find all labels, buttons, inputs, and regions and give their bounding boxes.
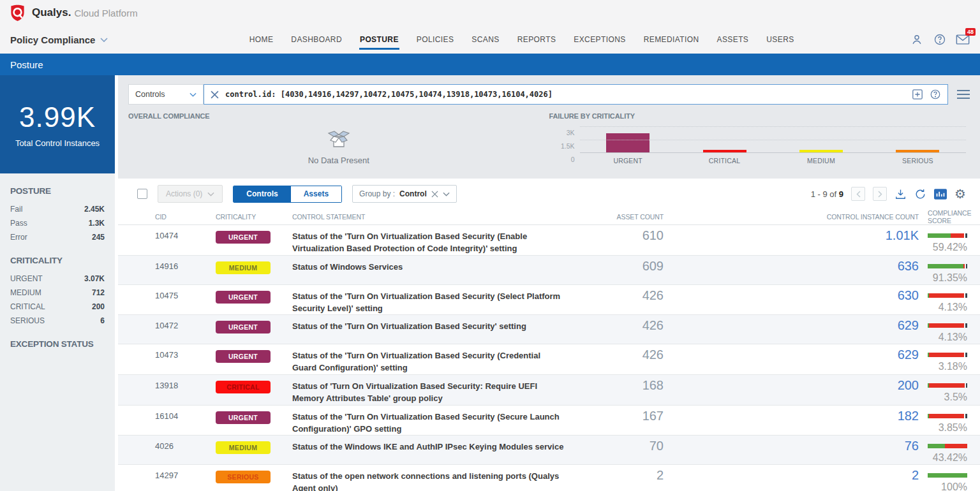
column-header-cid[interactable]: CID — [155, 213, 216, 221]
cell-asset-count[interactable]: 168 — [581, 378, 664, 405]
cell-control-statement[interactable]: Status of Windows Services — [292, 261, 581, 284]
chart-view-icon[interactable] — [934, 189, 947, 200]
cell-control-instance-count[interactable]: 636 — [664, 259, 919, 284]
nav-item-reports[interactable]: REPORTS — [517, 30, 557, 50]
cell-control-instance-count[interactable]: 200 — [664, 378, 919, 405]
y-tick-label: 0 — [571, 156, 575, 163]
add-filter-icon[interactable] — [912, 89, 923, 100]
nav-item-policies[interactable]: POLICIES — [416, 30, 455, 50]
help-icon[interactable] — [933, 33, 947, 47]
cell-asset-count[interactable]: 70 — [581, 439, 664, 464]
column-header-control-instance-count[interactable]: CONTROL INSTANCE COUNT — [664, 213, 919, 221]
nav-item-scans[interactable]: SCANS — [471, 30, 500, 50]
cell-asset-count[interactable]: 610 — [581, 228, 664, 255]
sidebar-stat-medium[interactable]: MEDIUM712 — [10, 286, 105, 300]
cell-control-statement[interactable]: Status of the open network connections a… — [292, 471, 581, 491]
nav-item-assets[interactable]: ASSETS — [716, 30, 750, 50]
search-scope-select[interactable]: Controls — [128, 84, 204, 105]
table-row[interactable]: 4026MEDIUMStatus of the Windows IKE and … — [118, 436, 980, 465]
gear-icon[interactable]: ⚙ — [954, 187, 966, 200]
column-header-asset-count[interactable]: ASSET COUNT — [581, 213, 664, 221]
table-row[interactable]: 10472URGENTStatus of the 'Turn On Virtua… — [118, 315, 980, 344]
sidebar-stat-error[interactable]: Error245 — [10, 230, 105, 244]
nav-item-users[interactable]: USERS — [766, 30, 794, 50]
cell-asset-count[interactable]: 2 — [581, 468, 664, 491]
stat-value: 200 — [92, 302, 105, 311]
nav-item-exceptions[interactable]: EXCEPTIONS — [573, 30, 626, 50]
cell-control-statement[interactable]: Status of the 'Turn On Virtualization Ba… — [292, 231, 581, 255]
sidebar-stat-urgent[interactable]: URGENT3.07K — [10, 272, 105, 286]
user-icon[interactable] — [910, 33, 924, 47]
search-help-icon[interactable] — [930, 89, 941, 100]
cell-compliance-score: 4.13% — [919, 291, 980, 315]
column-header-compliance-score[interactable]: COMPLIANCE SCORE — [919, 209, 980, 224]
cell-asset-count[interactable]: 426 — [581, 318, 664, 344]
stat-value: 3.07K — [84, 274, 105, 283]
cell-control-instance-count[interactable]: 630 — [664, 288, 919, 315]
cell-control-instance-count[interactable]: 182 — [664, 409, 919, 436]
group-by-chip[interactable]: Group by : Control — [352, 185, 457, 203]
kpi-label: Total Control Instances — [15, 138, 100, 148]
cell-control-instance-count[interactable]: 629 — [664, 318, 919, 344]
stat-value: 1.3K — [89, 219, 105, 228]
sidebar: 3.99K Total Control Instances POSTUREFai… — [0, 75, 115, 491]
table-row[interactable]: 10473URGENTStatus of the 'Turn On Virtua… — [118, 344, 980, 375]
x-tick-label-critical: CRITICAL — [676, 157, 773, 165]
search-input[interactable] — [225, 90, 905, 99]
bar-serious[interactable] — [896, 150, 939, 152]
cell-control-instance-count[interactable]: 2 — [664, 468, 919, 491]
cell-control-statement[interactable]: Status of the 'Turn On Virtualization Ba… — [292, 321, 581, 344]
bar-critical[interactable] — [703, 150, 746, 152]
cell-control-instance-count[interactable]: 76 — [664, 439, 919, 464]
sidebar-stat-critical[interactable]: CRITICAL200 — [10, 300, 105, 314]
download-icon[interactable] — [895, 188, 907, 200]
mail-icon[interactable]: 48 — [956, 33, 970, 47]
cell-control-statement[interactable]: Status of the 'Turn On Virtualization Ba… — [292, 350, 581, 374]
cell-control-instance-count[interactable]: 1.01K — [664, 228, 919, 255]
cell-control-statement[interactable]: Status of the 'Turn On Virtualization Ba… — [292, 411, 581, 436]
prev-page-button[interactable] — [851, 187, 865, 201]
cell-asset-count[interactable]: 426 — [581, 288, 664, 315]
table-row[interactable]: 10474URGENTStatus of the 'Turn On Virtua… — [118, 225, 980, 256]
select-all-checkbox[interactable] — [137, 189, 147, 199]
clear-search-icon[interactable] — [211, 91, 219, 99]
sidebar-stat-pass[interactable]: Pass1.3K — [10, 216, 105, 230]
sidebar-stat-serious[interactable]: SERIOUS6 — [10, 314, 105, 328]
score-segment-fail — [929, 414, 964, 418]
cell-asset-count[interactable]: 609 — [581, 259, 664, 284]
chevron-down-icon[interactable] — [443, 192, 450, 196]
refresh-icon[interactable] — [914, 188, 926, 200]
table-row[interactable]: 13918CRITICALStatus of 'Turn On Virtuali… — [118, 375, 980, 406]
column-header-control-statement[interactable]: CONTROL STATEMENT — [292, 213, 581, 221]
remove-group-by-icon[interactable] — [431, 191, 438, 198]
tab-assets[interactable]: Assets — [291, 186, 341, 202]
cell-control-instance-count[interactable]: 629 — [664, 348, 919, 374]
nav-item-dashboard[interactable]: DASHBOARD — [290, 30, 343, 50]
menu-icon[interactable] — [957, 90, 970, 99]
nav-item-home[interactable]: HOME — [249, 30, 274, 50]
cell-control-statement[interactable]: Status of the Windows IKE and AuthIP IPs… — [292, 441, 581, 464]
app-switcher[interactable]: Policy Compliance — [10, 34, 108, 45]
cell-control-statement[interactable]: Status of 'Turn On Virtualization Based … — [292, 381, 581, 405]
app-window: Qualys. Cloud Platform Policy Compliance… — [0, 0, 980, 491]
bar-medium[interactable] — [799, 150, 843, 152]
sidebar-stat-fail[interactable]: Fail2.45K — [10, 202, 105, 216]
tab-controls[interactable]: Controls — [234, 186, 290, 202]
cell-asset-count[interactable]: 167 — [581, 409, 664, 436]
nav-item-posture[interactable]: POSTURE — [359, 30, 399, 50]
cell-asset-count[interactable]: 426 — [581, 348, 664, 374]
table-row[interactable]: 14297SERIOUSStatus of the open network c… — [118, 465, 980, 491]
table-row[interactable]: 10475URGENTStatus of the 'Turn On Virtua… — [118, 285, 980, 316]
table-row[interactable]: 14916MEDIUMStatus of Windows Services609… — [118, 256, 980, 285]
table-row[interactable]: 16104URGENTStatus of the 'Turn On Virtua… — [118, 406, 980, 436]
cell-control-statement[interactable]: Status of the 'Turn On Virtualization Ba… — [292, 291, 581, 315]
chart-y-axis: 3K1.5K0 — [549, 126, 580, 166]
cell-criticality: SERIOUS — [216, 471, 292, 491]
actions-button[interactable]: Actions (0) — [158, 185, 223, 203]
failure-by-criticality-panel: FAILURE BY CRITICALITY 3K1.5K0 URGENTCRI… — [549, 112, 970, 166]
compliance-score-percent: 4.13% — [928, 332, 967, 343]
next-page-button[interactable] — [873, 187, 887, 201]
nav-item-remediation[interactable]: REMEDIATION — [643, 30, 700, 50]
column-header-criticality[interactable]: CRITICALITY — [216, 213, 292, 221]
bar-urgent[interactable] — [606, 133, 650, 152]
